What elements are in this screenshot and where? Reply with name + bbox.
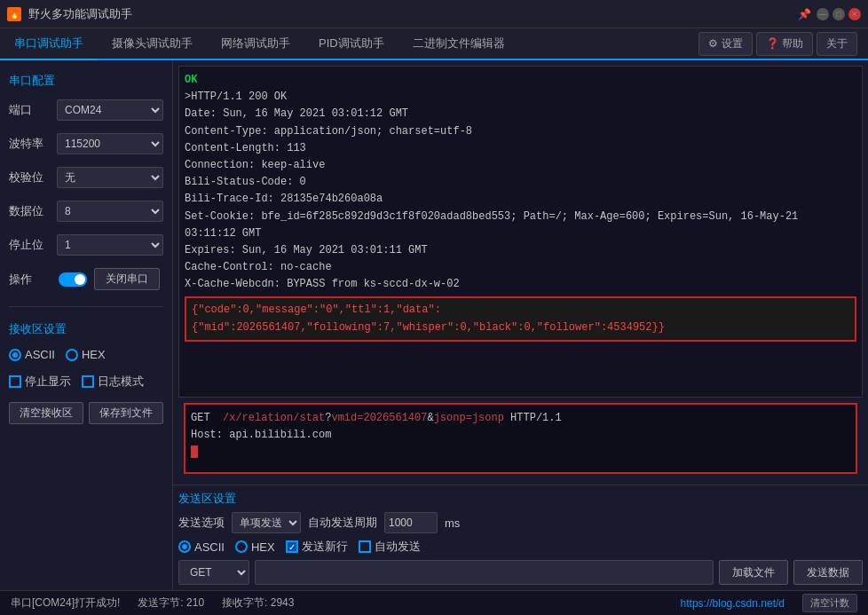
recv-line-8: 03:11:12 GMT bbox=[185, 225, 856, 242]
close-button[interactable]: ✕ bbox=[848, 8, 861, 20]
http-method-select[interactable]: GET bbox=[178, 560, 249, 585]
save-file-btn[interactable]: 保存到文件 bbox=[89, 402, 163, 424]
ok-text: OK bbox=[185, 72, 856, 89]
sidebar: 串口配置 端口 COM24 波特率 115200 校验位 无 数据位 8 bbox=[0, 60, 173, 590]
baud-label: 波特率 bbox=[9, 136, 51, 152]
port-row: 端口 COM24 bbox=[9, 99, 163, 121]
tab-pid[interactable]: PID调试助手 bbox=[304, 28, 398, 60]
text-cursor bbox=[191, 445, 198, 458]
send-text-field[interactable] bbox=[255, 560, 714, 585]
parity-label: 校验位 bbox=[9, 170, 51, 185]
send-hex-label: HEX bbox=[251, 540, 275, 554]
main-layout: 串口配置 端口 COM24 波特率 115200 校验位 无 数据位 8 bbox=[0, 60, 868, 590]
databits-row: 数据位 8 bbox=[9, 201, 163, 222]
code-line-2: Host: api.bilibili.com bbox=[191, 427, 850, 444]
ascii-radio-circle bbox=[9, 349, 21, 361]
nav-bar: 串口调试助手 摄像头调试助手 网络调试助手 PID调试助手 二进制文件编辑器 ⚙… bbox=[0, 28, 868, 60]
clear-receive-btn[interactable]: 清空接收区 bbox=[9, 402, 83, 424]
recv-line-5: Bili-Status-Code: 0 bbox=[185, 174, 856, 191]
code-jsonp-highlight: jsonp=jsonp bbox=[434, 412, 504, 424]
recv-line-11: X-Cache-Webcdn: BYPASS from ks-sccd-dx-w… bbox=[185, 276, 856, 293]
title-bar: 🔥 野火多功能调试助手 📌 — □ ✕ bbox=[0, 0, 868, 28]
ascii-label: ASCII bbox=[25, 348, 55, 361]
hex-label: HEX bbox=[82, 348, 106, 361]
receive-area: OK >HTTP/1.1 200 OK Date: Sun, 16 May 20… bbox=[173, 60, 868, 485]
clear-count-btn[interactable]: 清空计数 bbox=[802, 594, 857, 612]
tab-binary[interactable]: 二进制文件编辑器 bbox=[398, 28, 519, 60]
baud-row: 波特率 115200 bbox=[9, 133, 163, 154]
hex-radio[interactable]: HEX bbox=[66, 348, 106, 361]
recv-line-9: Expires: Sun, 16 May 2021 03:01:11 GMT bbox=[185, 242, 856, 259]
send-hex-radio[interactable]: HEX bbox=[235, 540, 275, 554]
send-hex-circle bbox=[235, 540, 248, 553]
recv-line-3: Content-Length: 113 bbox=[185, 140, 856, 157]
receive-bytes: 接收字节: 2943 bbox=[222, 595, 294, 611]
send-newline-checkbox[interactable]: 发送新行 bbox=[286, 539, 348, 555]
tab-network[interactable]: 网络调试助手 bbox=[207, 28, 304, 60]
serial-status: 串口[COM24]打开成功! bbox=[11, 595, 120, 611]
app-icon: 🔥 bbox=[7, 7, 21, 21]
send-ascii-circle bbox=[178, 540, 191, 553]
send-data-btn[interactable]: 发送数据 bbox=[793, 560, 863, 585]
stopbits-row: 停止位 1 bbox=[9, 234, 163, 256]
port-toggle[interactable] bbox=[59, 272, 87, 287]
operation-row: 操作 关闭串口 bbox=[9, 268, 163, 290]
window-controls: 📌 — □ ✕ bbox=[796, 6, 861, 22]
nav-tabs: 串口调试助手 摄像头调试助手 网络调试助手 PID调试助手 二进制文件编辑器 bbox=[0, 28, 519, 59]
close-port-btn[interactable]: 关闭串口 bbox=[94, 268, 160, 290]
log-mode-checkbox[interactable]: 日志模式 bbox=[82, 374, 144, 390]
recv-line-0: >HTTP/1.1 200 OK bbox=[185, 89, 856, 106]
send-newline-label: 发送新行 bbox=[302, 539, 348, 555]
ascii-radio[interactable]: ASCII bbox=[9, 348, 55, 361]
databits-select[interactable]: 8 bbox=[57, 201, 163, 222]
code-input-area[interactable]: GET /x/relation/stat?vmid=2026561407&jso… bbox=[184, 403, 857, 474]
hex-radio-circle bbox=[66, 349, 78, 361]
recv-line-6: Bili-Trace-Id: 28135e74b260a08a bbox=[185, 191, 856, 208]
port-select[interactable]: COM24 bbox=[57, 99, 163, 121]
code-line-1: GET /x/relation/stat?vmid=2026561407&jso… bbox=[191, 410, 850, 427]
stopbits-select[interactable]: 1 bbox=[57, 234, 163, 256]
send-bytes: 发送字节: 210 bbox=[138, 595, 204, 611]
parity-select[interactable]: 无 bbox=[57, 167, 163, 188]
operation-label: 操作 bbox=[9, 272, 51, 288]
send-ascii-label: ASCII bbox=[194, 540, 225, 554]
send-option-select[interactable]: 单项发送 bbox=[232, 512, 301, 533]
app-title: 野火多功能调试助手 bbox=[28, 6, 132, 22]
maximize-button[interactable]: □ bbox=[832, 8, 845, 20]
website-link[interactable]: https://blog.csdn.net/d bbox=[681, 597, 785, 610]
baud-select[interactable]: 115200 bbox=[57, 133, 163, 154]
serial-config-title: 串口配置 bbox=[9, 73, 163, 89]
tab-camera[interactable]: 摄像头调试助手 bbox=[98, 28, 207, 60]
divider-1 bbox=[9, 306, 163, 307]
auto-send-unit: ms bbox=[445, 516, 460, 530]
parity-row: 校验位 无 bbox=[9, 167, 163, 188]
send-ascii-radio[interactable]: ASCII bbox=[178, 540, 225, 554]
minimize-button[interactable]: — bbox=[817, 8, 829, 20]
receive-encoding-group: ASCII HEX bbox=[9, 348, 163, 361]
send-newline-box bbox=[286, 540, 298, 553]
send-encoding-group: ASCII HEX 发送新行 自动发送 bbox=[178, 539, 863, 555]
recv-line-2: Content-Type: application/json; charset=… bbox=[185, 123, 856, 140]
pin-button[interactable]: 📌 bbox=[796, 6, 813, 22]
auto-send-label: 自动发送周期 bbox=[308, 515, 377, 531]
auto-send-input[interactable] bbox=[384, 512, 438, 533]
databits-label: 数据位 bbox=[9, 203, 51, 219]
receive-scroll[interactable]: OK >HTTP/1.1 200 OK Date: Sun, 16 May 20… bbox=[178, 66, 863, 398]
send-option-row: 发送选项 单项发送 自动发送周期 ms bbox=[178, 512, 863, 533]
auto-send-label2: 自动发送 bbox=[375, 539, 421, 555]
recv-line-1: Date: Sun, 16 May 2021 03:01:12 GMT bbox=[185, 106, 856, 122]
recv-line-4: Connection: keep-alive bbox=[185, 157, 856, 174]
stop-display-box bbox=[9, 375, 21, 388]
auto-send-checkbox[interactable]: 自动发送 bbox=[359, 539, 421, 555]
display-options-group: 停止显示 日志模式 bbox=[9, 374, 163, 390]
tab-serial[interactable]: 串口调试助手 bbox=[0, 28, 98, 60]
about-button[interactable]: 关于 bbox=[817, 32, 857, 56]
load-file-btn[interactable]: 加载文件 bbox=[719, 560, 788, 585]
stop-display-checkbox[interactable]: 停止显示 bbox=[9, 374, 71, 390]
help-button[interactable]: ❓ 帮助 bbox=[756, 32, 813, 56]
code-vmid-highlight: vmid=2026561407 bbox=[331, 412, 427, 424]
code-path-highlight: /x/relation/stat bbox=[223, 412, 325, 424]
status-bar: 串口[COM24]打开成功! 发送字节: 210 接收字节: 2943 http… bbox=[0, 590, 868, 615]
title-bar-left: 🔥 野火多功能调试助手 bbox=[7, 6, 132, 22]
settings-button[interactable]: ⚙ 设置 bbox=[698, 32, 752, 56]
